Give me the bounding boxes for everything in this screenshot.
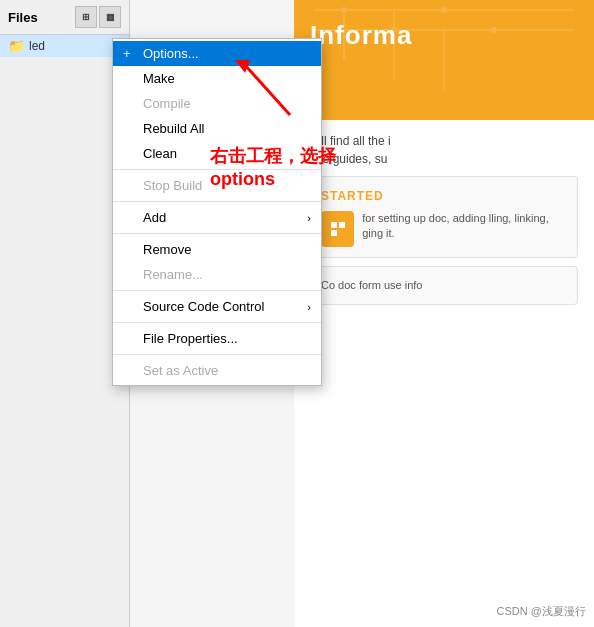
remove-label: Remove (143, 242, 191, 257)
svg-point-5 (341, 7, 347, 13)
annotation-arrow (225, 55, 305, 128)
folder-icon: 📁 (8, 38, 25, 54)
svg-point-6 (391, 27, 397, 33)
separator-6 (113, 354, 321, 355)
separator-4 (113, 290, 321, 291)
menu-item-remove[interactable]: Remove (113, 237, 321, 262)
menu-item-source-code[interactable]: Source Code Control › (113, 294, 321, 319)
svg-point-8 (491, 27, 497, 33)
started-badge: STARTED (321, 187, 567, 205)
make-label: Make (143, 71, 175, 86)
menu-item-add[interactable]: Add › (113, 205, 321, 230)
card2-text: Co doc form use info (321, 277, 567, 294)
watermark-text: CSDN @浅夏漫行 (497, 605, 586, 617)
options-label: Options... (143, 46, 199, 61)
svg-line-12 (245, 65, 290, 115)
tree-item-label: led (29, 39, 45, 53)
menu-item-file-props[interactable]: File Properties... (113, 326, 321, 351)
toolbar-icon-1[interactable]: ⊞ (75, 6, 97, 28)
annotation-line2: options (210, 168, 336, 191)
svg-point-7 (441, 7, 447, 13)
menu-item-set-active: Set as Active (113, 358, 321, 383)
separator-3 (113, 233, 321, 234)
set-active-label: Set as Active (143, 363, 218, 378)
info-panel-header: Informa (294, 0, 594, 120)
files-panel: Files ⊞ ▦ 📁 led (0, 0, 130, 627)
clean-label: Clean (143, 146, 177, 161)
files-title: Files (8, 10, 38, 25)
arrow-icon-add: › (307, 212, 311, 224)
rename-label: Rename... (143, 267, 203, 282)
compile-label: Compile (143, 96, 191, 111)
svg-rect-9 (331, 222, 337, 228)
file-props-label: File Properties... (143, 331, 238, 346)
started-text: for setting up doc, adding lling, linkin… (362, 211, 567, 247)
add-label: Add (143, 210, 166, 225)
files-header: Files ⊞ ▦ (0, 0, 129, 35)
info-panel: Informa will find all the i nce guides, … (294, 0, 594, 627)
annotation-line1: 右击工程，选择 (210, 145, 336, 168)
info-card-started: STARTED for setting up doc, adding lling… (310, 176, 578, 258)
started-icon (321, 211, 354, 247)
source-code-label: Source Code Control (143, 299, 264, 314)
info-panel-body: will find all the i nce guides, su START… (294, 120, 594, 325)
stop-build-label: Stop Build (143, 178, 202, 193)
annotation-text: 右击工程，选择 options (210, 145, 336, 192)
separator-2 (113, 201, 321, 202)
toolbar-icon-2[interactable]: ▦ (99, 6, 121, 28)
arrow-icon-source: › (307, 301, 311, 313)
tree-item-led[interactable]: 📁 led (0, 35, 129, 57)
watermark: CSDN @浅夏漫行 (497, 604, 586, 619)
menu-item-rename: Rename... (113, 262, 321, 287)
svg-rect-11 (331, 230, 337, 236)
info-card-2: Co doc form use info (310, 266, 578, 305)
rebuild-label: Rebuild All (143, 121, 204, 136)
svg-rect-10 (339, 222, 345, 228)
separator-5 (113, 322, 321, 323)
plus-icon: + (123, 46, 131, 61)
